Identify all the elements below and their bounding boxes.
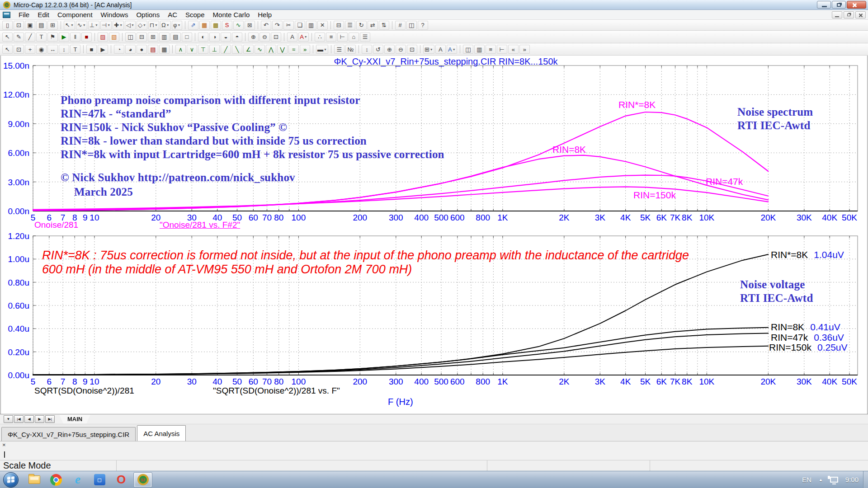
select-waveform-button[interactable]: ▬▼ [316, 45, 328, 54]
scale-mode-button[interactable]: ⊡ [14, 45, 24, 54]
marker-orange-button[interactable]: ▧ [109, 33, 119, 42]
inflection-button[interactable]: ∿ [255, 45, 265, 54]
menu-component[interactable]: Component [53, 10, 97, 19]
mdi-minimize-button[interactable] [832, 11, 842, 19]
first-page-button[interactable]: |◀ [14, 415, 24, 423]
dynamic-dc-button[interactable]: S [222, 21, 232, 30]
cursor-mode-1-button[interactable]: ◐ [198, 33, 208, 42]
grid-options-button[interactable]: ⊞▼ [423, 45, 434, 54]
flag-mode-button[interactable]: ⚑ [47, 33, 58, 42]
mdi-close-button[interactable] [855, 11, 866, 19]
text-large-button[interactable]: A [435, 45, 446, 54]
stats-button[interactable]: ≈ [288, 45, 299, 54]
open-file-button[interactable]: ⊡ [14, 21, 24, 30]
next-page-button[interactable]: ▶ [35, 415, 44, 423]
go-to-peak-button[interactable]: ∧ [175, 45, 186, 54]
print-button[interactable]: ⊞ [47, 21, 58, 30]
properties-button[interactable]: ☰ [360, 33, 370, 42]
align-plots-button[interactable]: ≡ [486, 45, 496, 54]
taskbar-blue-app-button[interactable]: ◻ [90, 472, 109, 488]
select-mode-button[interactable]: ↖▼ [64, 21, 75, 30]
font-button[interactable]: A [287, 33, 297, 42]
horizontal-tag-button[interactable]: ↔ [47, 45, 58, 54]
global-low-button[interactable]: ⋁ [277, 45, 288, 54]
cursor-mode-2-button[interactable]: ◑ [209, 33, 220, 42]
last-page-button[interactable]: ▶| [45, 415, 55, 423]
component-macro-button[interactable]: φ▼ [172, 21, 182, 30]
home-button[interactable]: ⌂ [349, 33, 359, 42]
component-capacitor-button[interactable]: ⊣▼ [100, 21, 112, 30]
delay-short-button[interactable]: ◔ [114, 45, 124, 54]
cursor-mode-4-button[interactable]: ◓ [232, 33, 242, 42]
animate-run-button[interactable]: ▶ [98, 45, 108, 54]
wire-mode-button[interactable]: ╱ [25, 33, 35, 42]
clock[interactable]: 9:00 [845, 476, 859, 483]
page-tab-main[interactable]: MAIN [59, 415, 90, 424]
component-inductor-button[interactable]: ✚▼ [113, 21, 124, 30]
menu-options[interactable]: Options [132, 10, 164, 19]
panel-close-icon[interactable]: × [2, 442, 6, 448]
animate-stop-button[interactable]: ■ [86, 45, 97, 54]
close-button[interactable] [847, 1, 866, 9]
font-color-button[interactable]: A▼ [298, 33, 309, 42]
taskbar-explorer-button[interactable] [25, 472, 44, 488]
menu-scope[interactable]: Scope [181, 10, 209, 19]
text-align-button[interactable]: ☰ [345, 21, 355, 30]
component-wire-button[interactable]: ∿▼ [76, 21, 87, 30]
taskbar-ie-button[interactable]: e [68, 472, 87, 488]
cursor-align-button[interactable]: ⊢ [497, 45, 507, 54]
go-to-high-button[interactable]: ⊤ [198, 45, 208, 54]
minimize-button[interactable] [817, 1, 831, 9]
probe-button[interactable]: ∿ [233, 21, 244, 30]
numeric-output-button[interactable]: ▦ [159, 45, 170, 54]
exit-analysis-button[interactable]: ⊠ [245, 21, 255, 30]
redo-button[interactable]: ↷ [272, 21, 283, 30]
paste-button[interactable]: ▥ [306, 21, 316, 30]
vertical-tag-button[interactable]: ↕ [59, 45, 69, 54]
taskbar-opera-button[interactable]: O [112, 472, 131, 488]
auto-scale-button[interactable]: ↕ [362, 45, 372, 54]
cut-button[interactable]: ✂ [283, 21, 294, 30]
component-resistor-button[interactable]: ⊥▼ [88, 21, 99, 30]
thumbnails-button[interactable]: ▥ [474, 45, 485, 54]
text-tool-button[interactable]: T [70, 45, 80, 54]
restore-scale-button[interactable]: ↺ [373, 45, 383, 54]
menu-windows[interactable]: Windows [97, 10, 132, 19]
tray-expand-icon[interactable]: ▲ [819, 478, 823, 482]
delete-button[interactable]: ✕ [317, 21, 328, 30]
mdi-document-icon[interactable] [3, 12, 10, 18]
copy-button[interactable]: ❏ [295, 21, 305, 30]
menu-monte-carlo[interactable]: Monte Carlo [209, 10, 254, 19]
marker-red-button[interactable]: ▨ [98, 33, 108, 42]
page-list-button[interactable]: ▼ [4, 415, 13, 423]
text-color-button[interactable]: A▼ [447, 45, 457, 54]
global-high-button[interactable]: ⋀ [266, 45, 276, 54]
save-file-button[interactable]: ▣ [25, 21, 35, 30]
dc-analysis-button[interactable]: ▩ [211, 21, 221, 30]
delay-off-button[interactable]: ● [137, 45, 147, 54]
format-button[interactable]: ☰ [334, 45, 344, 54]
data-points-button[interactable]: ∴ [315, 33, 325, 42]
tile-vertical-button[interactable]: ◫ [125, 33, 136, 42]
zoom-in-button[interactable]: ⊕ [248, 33, 259, 42]
menu-file[interactable]: File [14, 10, 33, 19]
run-button[interactable]: ▶ [59, 33, 69, 42]
zoom-area-button[interactable]: ⊡ [407, 45, 417, 54]
print-preview-button[interactable]: ▤ [36, 21, 47, 30]
point-tag-button[interactable]: ◉ [36, 45, 47, 54]
graphics-mode-button[interactable]: ✎ [14, 33, 24, 42]
component-source-button[interactable]: ⊓▼ [148, 21, 159, 30]
document-tab-circuit[interactable]: ΦK_Cy-XXI_v7_Rin+75us_stepping.CIR [1, 427, 136, 441]
slope-button[interactable]: ∠ [243, 45, 254, 54]
ac-analysis-button[interactable]: ▦ [199, 21, 210, 30]
stop-button[interactable]: ■ [81, 33, 92, 42]
cursor-mode-button[interactable]: + [25, 45, 35, 54]
go-to-x-button[interactable]: » [300, 45, 310, 54]
stepping-button[interactable]: ⊟ [334, 21, 344, 30]
menu-help[interactable]: Help [254, 10, 276, 19]
grid-toggle-button[interactable]: # [395, 21, 406, 30]
select-arrow-button[interactable]: ↖ [2, 33, 13, 42]
component-resistance-button[interactable]: Ω▼ [160, 21, 171, 30]
network-icon[interactable] [830, 477, 838, 483]
help-mode-button[interactable]: ? [418, 21, 428, 30]
